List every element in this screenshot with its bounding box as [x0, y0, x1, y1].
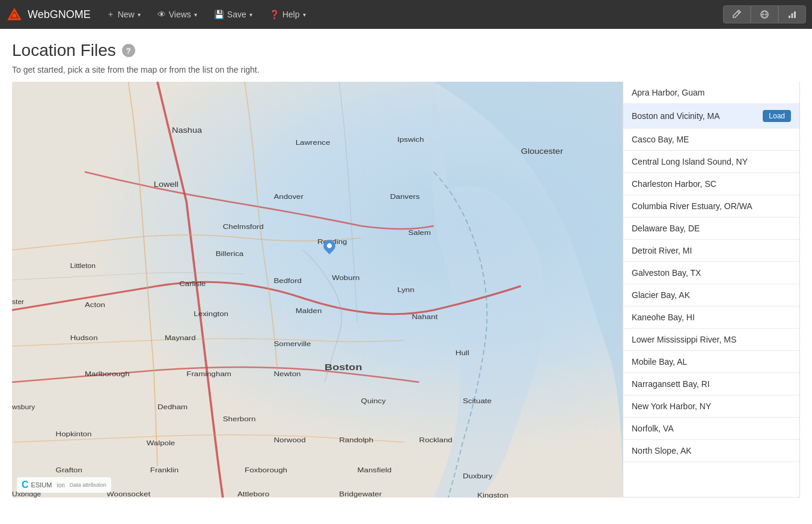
svg-text:Hull: Hull: [456, 349, 469, 357]
svg-text:Randolph: Randolph: [339, 436, 373, 444]
help-caret-icon: ▾: [303, 11, 306, 18]
location-item[interactable]: Mobile Bay, AL: [623, 351, 799, 373]
views-menu-button[interactable]: 👁 Views ▾: [150, 6, 204, 23]
location-item[interactable]: Glacier Bay, AK: [623, 284, 799, 306]
svg-text:Somerville: Somerville: [273, 340, 311, 348]
views-caret-icon: ▾: [194, 11, 197, 18]
map-background: Nashua Lawrence Ipswich Gloucester Lowel…: [12, 82, 623, 498]
svg-point-2: [13, 14, 16, 17]
svg-text:Woburn: Woburn: [332, 274, 359, 282]
toolbar-right: [723, 5, 806, 23]
load-button[interactable]: Load: [763, 110, 791, 122]
svg-text:Ipswich: Ipswich: [397, 136, 424, 144]
svg-text:Acton: Acton: [85, 301, 105, 309]
svg-rect-8: [792, 13, 793, 18]
page-content: Location Files ? To get started, pick a …: [0, 29, 812, 498]
svg-text:Gloucester: Gloucester: [521, 147, 564, 156]
svg-text:Marlborough: Marlborough: [85, 370, 130, 378]
svg-text:Bedford: Bedford: [273, 277, 302, 285]
location-item[interactable]: Detroit River, MI: [623, 240, 799, 262]
svg-text:Andover: Andover: [273, 193, 303, 201]
brand-logo-icon: [6, 6, 23, 23]
chart-button[interactable]: [778, 5, 806, 23]
svg-text:Malden: Malden: [296, 307, 322, 315]
location-item[interactable]: Casco Bay, ME: [623, 129, 799, 151]
svg-text:Scituate: Scituate: [463, 397, 492, 405]
pencil-icon: [732, 10, 742, 19]
location-item[interactable]: Galveston Bay, TX: [623, 262, 799, 284]
location-item[interactable]: Lower Mississippi River, MS: [623, 329, 799, 351]
location-item[interactable]: Apra Harbor, Guam: [623, 82, 799, 104]
svg-text:Littleton: Littleton: [70, 263, 96, 269]
location-item[interactable]: New York Harbor, NY: [623, 395, 799, 418]
svg-text:Hudson: Hudson: [70, 334, 98, 342]
location-name: Boston and Vicinity, MA: [632, 111, 720, 121]
svg-text:Quincy: Quincy: [361, 397, 386, 405]
location-name: New York Harbor, NY: [632, 401, 711, 411]
location-name: Lower Mississippi River, MS: [632, 335, 736, 344]
location-item[interactable]: Narragansett Bay, RI: [623, 373, 799, 395]
location-name: Columbia River Estuary, OR/WA: [632, 201, 752, 211]
svg-text:Kingston: Kingston: [477, 492, 508, 498]
svg-text:Norwood: Norwood: [273, 436, 305, 444]
location-name: Kaneohe Bay, HI: [632, 312, 695, 322]
help-nav-icon: ❓: [269, 10, 279, 19]
svg-text:Nahant: Nahant: [412, 313, 438, 321]
globe-button[interactable]: [751, 5, 778, 23]
pin-marker: [321, 237, 338, 254]
location-list: Apra Harbor, GuamBoston and Vicinity, MA…: [623, 82, 800, 498]
svg-line-3: [737, 11, 739, 13]
map-container[interactable]: Nashua Lawrence Ipswich Gloucester Lowel…: [12, 82, 623, 498]
location-name: Charleston Harbor, SC: [632, 179, 716, 189]
location-name: Apra Harbor, Guam: [632, 88, 704, 97]
page-header: Location Files ?: [12, 41, 800, 60]
location-name: Glacier Bay, AK: [632, 290, 690, 300]
page-title: Location Files: [12, 41, 116, 60]
location-item[interactable]: Boston and Vicinity, MALoad: [623, 104, 799, 129]
location-name: Mobile Bay, AL: [632, 357, 687, 367]
cesium-attribution: C ESIUM ion Data attribution: [17, 477, 111, 493]
svg-text:Salem: Salem: [408, 229, 431, 237]
svg-text:Lowell: Lowell: [154, 180, 179, 189]
help-icon-button[interactable]: ?: [122, 44, 135, 57]
svg-text:Newton: Newton: [273, 370, 301, 378]
map-pin[interactable]: [323, 240, 335, 257]
svg-rect-7: [789, 16, 790, 18]
svg-text:Carlisle: Carlisle: [179, 280, 206, 288]
globe-icon: [760, 10, 769, 19]
svg-text:Woonsocket: Woonsocket: [106, 490, 151, 498]
brand-link[interactable]: WebGNOME: [6, 6, 91, 23]
pencil-button[interactable]: [723, 5, 751, 23]
location-item[interactable]: Columbia River Estuary, OR/WA: [623, 195, 799, 218]
svg-text:Nashua: Nashua: [172, 126, 203, 135]
page-subtitle: To get started, pick a site from the map…: [12, 65, 800, 75]
navbar: WebGNOME ＋ New ▾ 👁 Views ▾ 💾 Save ▾ ❓ He…: [0, 0, 812, 29]
new-caret-icon: ▾: [138, 11, 141, 18]
svg-text:Foxborough: Foxborough: [245, 466, 287, 474]
svg-text:Attleboro: Attleboro: [237, 490, 269, 498]
svg-rect-9: [794, 11, 796, 18]
location-item[interactable]: North Slope, AK: [623, 440, 799, 462]
location-item[interactable]: Norfolk, VA: [623, 418, 799, 440]
svg-text:Lawrence: Lawrence: [296, 139, 331, 147]
svg-text:wsbury: wsbury: [12, 404, 35, 410]
svg-text:Hopkinton: Hopkinton: [56, 430, 92, 438]
location-name: Detroit River, MI: [632, 246, 692, 255]
location-item[interactable]: Kaneohe Bay, HI: [623, 306, 799, 329]
location-item[interactable]: Central Long Island Sound, NY: [623, 151, 799, 173]
svg-text:Boston: Boston: [325, 362, 362, 372]
new-menu-button[interactable]: ＋ New ▾: [99, 5, 148, 23]
svg-text:Chelmsford: Chelmsford: [223, 223, 264, 231]
svg-text:Lexington: Lexington: [194, 310, 228, 318]
location-name: North Slope, AK: [632, 446, 692, 455]
help-menu-button[interactable]: ❓ Help ▾: [262, 6, 313, 23]
location-name: Central Long Island Sound, NY: [632, 157, 748, 166]
svg-text:ster: ster: [12, 299, 24, 305]
chart-icon: [787, 10, 797, 19]
location-item[interactable]: Delaware Bay, DE: [623, 218, 799, 240]
location-item[interactable]: Charleston Harbor, SC: [623, 173, 799, 195]
svg-text:Billerica: Billerica: [216, 250, 244, 258]
save-menu-button[interactable]: 💾 Save ▾: [207, 6, 260, 23]
svg-text:Dedham: Dedham: [157, 403, 188, 411]
location-name: Casco Bay, ME: [632, 135, 689, 144]
